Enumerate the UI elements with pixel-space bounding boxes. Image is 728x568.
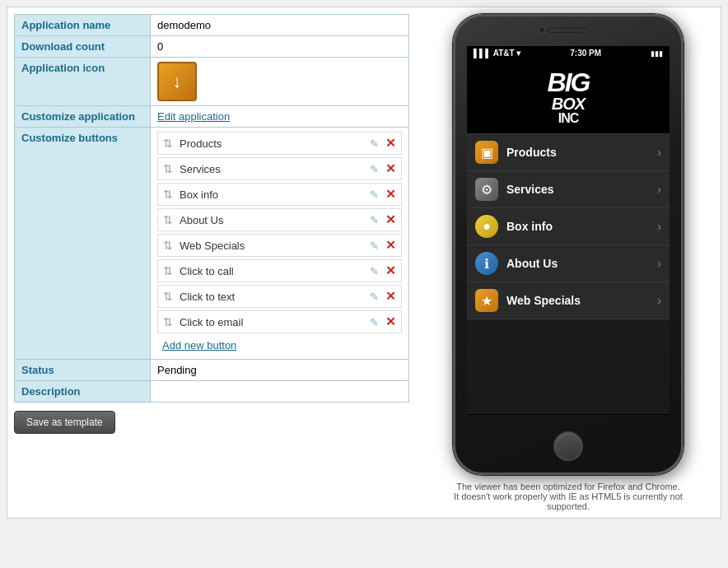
menu-icon: ● — [475, 215, 498, 238]
status-time: 7:30 PM — [570, 49, 601, 58]
edit-button-icon[interactable]: ✎ — [370, 316, 379, 328]
drag-handle[interactable]: ⇅ — [163, 162, 173, 175]
phone-menu-item[interactable]: ⚙ Services › — [467, 171, 670, 208]
phone-menu-item[interactable]: ● Box info › — [467, 208, 670, 245]
buttons-cell: ⇅ Products ✎ ✕ ⇅ Services ✎ ✕ ⇅ Box info… — [151, 128, 409, 360]
drag-handle[interactable]: ⇅ — [163, 315, 173, 328]
delete-button-icon[interactable]: ✕ — [385, 314, 396, 329]
app-name-row: Application name demodemo — [15, 15, 409, 36]
phone-menu-item[interactable]: ℹ About Us › — [467, 245, 670, 282]
menu-icon: ▣ — [475, 141, 498, 164]
delete-button-icon[interactable]: ✕ — [385, 212, 396, 227]
phone-menu-item[interactable]: ▣ Products › — [467, 134, 670, 171]
customize-buttons-row: Customize buttons ⇅ Products ✎ ✕ ⇅ Servi… — [15, 128, 409, 360]
iphone-volume-up — [453, 74, 455, 91]
menu-chevron-icon: › — [657, 294, 661, 307]
menu-item-label: Products — [506, 146, 657, 159]
button-row: ⇅ Click to call ✎ ✕ — [157, 259, 402, 282]
description-value — [151, 381, 409, 403]
drag-handle[interactable]: ⇅ — [163, 290, 173, 303]
phone-menu-item[interactable]: ★ Web Specials › — [467, 282, 670, 319]
menu-chevron-icon: › — [657, 146, 661, 159]
iphone-speaker — [548, 28, 589, 33]
menu-chevron-icon: › — [657, 257, 661, 270]
iphone-home-button[interactable] — [553, 431, 583, 461]
app-name-label: Application name — [15, 15, 151, 36]
drag-handle[interactable]: ⇅ — [163, 213, 173, 226]
menu-item-label: Services — [506, 183, 657, 196]
menu-chevron-icon: › — [657, 220, 661, 233]
iphone-volume-down — [453, 99, 455, 115]
button-label: Click to call — [180, 265, 370, 277]
delete-button-icon[interactable]: ✕ — [385, 187, 396, 202]
delete-button-icon[interactable]: ✕ — [385, 289, 396, 304]
iphone-body: ▌▌▌ AT&T ▾ 7:30 PM ▮▮▮ BIG BOXINC ▣ — [453, 14, 684, 475]
edit-button-icon[interactable]: ✎ — [370, 189, 379, 201]
app-menu: ▣ Products › ⚙ Services › ● Box info › ℹ… — [467, 134, 670, 319]
edit-button-icon[interactable]: ✎ — [370, 265, 379, 277]
button-label: About Us — [180, 214, 370, 226]
menu-item-label: Box info — [506, 220, 657, 233]
iphone-app-content: BIG BOXINC ▣ Products › ⚙ Services › ● B… — [467, 60, 670, 414]
menu-item-label: Web Specials — [506, 294, 657, 307]
drag-handle[interactable]: ⇅ — [163, 137, 173, 150]
app-name-value: demodemo — [151, 15, 409, 36]
status-label: Status — [15, 360, 151, 381]
edit-button-icon[interactable]: ✎ — [370, 137, 379, 150]
app-icon-row: Application icon — [15, 58, 409, 106]
delete-button-icon[interactable]: ✕ — [385, 263, 396, 278]
delete-button-icon[interactable]: ✕ — [385, 136, 396, 151]
customize-app-label: Customize application — [15, 106, 151, 128]
menu-chevron-icon: › — [657, 183, 661, 196]
download-count-label: Download count — [15, 36, 151, 58]
button-label: Click to text — [180, 291, 370, 303]
edit-button-icon[interactable]: ✎ — [370, 163, 379, 175]
status-value: Pending — [151, 360, 409, 381]
browser-note: The viewer has been optimized for Firefo… — [453, 482, 684, 511]
button-row: ⇅ Products ✎ ✕ — [157, 132, 402, 155]
main-container: Application name demodemo Download count… — [7, 7, 721, 519]
menu-item-label: About Us — [506, 257, 657, 270]
button-label: Click to email — [180, 316, 370, 328]
customize-app-cell: Edit application — [151, 106, 409, 128]
button-row: ⇅ Box info ✎ ✕ — [157, 183, 402, 206]
app-icon-cell — [151, 58, 409, 106]
app-icon — [157, 62, 197, 101]
iphone-side-button — [682, 82, 684, 107]
right-panel: ▌▌▌ AT&T ▾ 7:30 PM ▮▮▮ BIG BOXINC ▣ — [422, 14, 714, 511]
description-label: Description — [15, 381, 151, 403]
button-row: ⇅ About Us ✎ ✕ — [157, 208, 402, 231]
edit-button-icon[interactable]: ✎ — [370, 291, 379, 303]
button-row: ⇅ Web Specials ✎ ✕ — [157, 234, 402, 257]
drag-handle[interactable]: ⇅ — [163, 264, 173, 277]
add-button-link[interactable]: Add new button — [157, 336, 402, 355]
button-label: Web Specials — [180, 240, 370, 252]
buttons-list: ⇅ Products ✎ ✕ ⇅ Services ✎ ✕ ⇅ Box info… — [157, 132, 402, 333]
delete-button-icon[interactable]: ✕ — [385, 238, 396, 253]
left-panel: Application name demodemo Download count… — [14, 14, 409, 511]
edit-button-icon[interactable]: ✎ — [370, 214, 379, 226]
menu-icon: ★ — [475, 289, 498, 312]
save-template-button[interactable]: Save as template — [14, 411, 115, 434]
status-row: Status Pending — [15, 360, 409, 381]
app-icon-label: Application icon — [15, 58, 151, 106]
battery-indicator: ▮▮▮ — [651, 49, 663, 58]
info-table: Application name demodemo Download count… — [14, 14, 409, 403]
button-row: ⇅ Services ✎ ✕ — [157, 157, 402, 180]
app-logo: BIG BOXINC — [548, 69, 590, 125]
button-label: Products — [180, 137, 370, 150]
menu-icon: ℹ — [475, 252, 498, 275]
delete-button-icon[interactable]: ✕ — [385, 161, 396, 176]
iphone-camera — [539, 26, 545, 33]
description-row: Description — [15, 381, 409, 403]
drag-handle[interactable]: ⇅ — [163, 188, 173, 201]
iphone-status-bar: ▌▌▌ AT&T ▾ 7:30 PM ▮▮▮ — [467, 46, 670, 60]
drag-handle[interactable]: ⇅ — [163, 239, 173, 252]
download-count-value: 0 — [151, 36, 409, 58]
button-row: ⇅ Click to email ✎ ✕ — [157, 310, 402, 333]
button-label: Box info — [180, 189, 370, 201]
button-row: ⇅ Click to text ✎ ✕ — [157, 285, 402, 308]
edit-application-link[interactable]: Edit application — [157, 110, 230, 123]
edit-button-icon[interactable]: ✎ — [370, 240, 379, 252]
iphone-screen: ▌▌▌ AT&T ▾ 7:30 PM ▮▮▮ BIG BOXINC ▣ — [467, 46, 670, 415]
